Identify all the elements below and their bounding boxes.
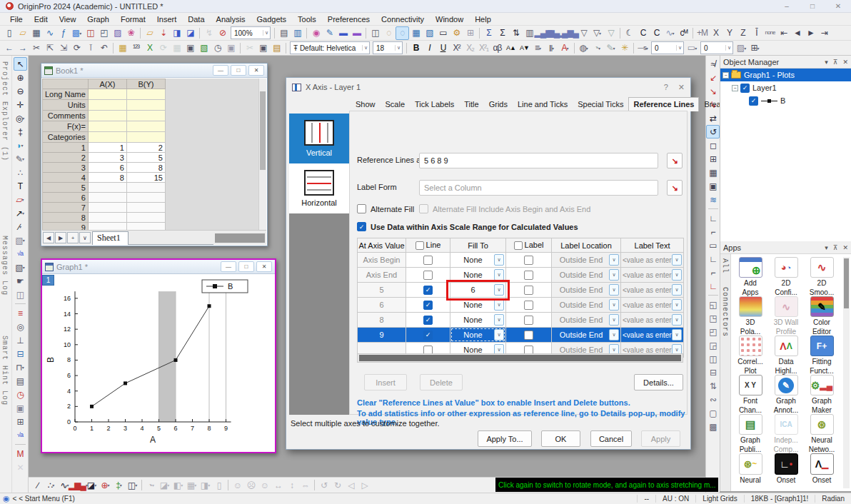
layer-grid-9-icon[interactable]: ▦	[706, 166, 720, 179]
label-checkbox[interactable]	[524, 316, 533, 325]
table-hscrollbar[interactable]	[357, 353, 683, 363]
layer-stack-icon[interactable]: ▣	[706, 179, 720, 193]
project-explorer-icon[interactable]: ◫	[368, 26, 382, 40]
arrange-split-icon[interactable]: ◫	[706, 352, 720, 366]
tree-item-plot-b[interactable]: ✓ B	[720, 94, 851, 107]
font-size-combo[interactable]: 18∨	[373, 41, 403, 54]
paste-icon[interactable]: ▤	[270, 41, 283, 55]
worksheet-vscrollbar[interactable]	[258, 79, 266, 230]
reference-line-row[interactable]: 6✓None∨Outside End∨<value as entered>∨	[358, 298, 684, 313]
graph-preview-icon[interactable]: ∿▾	[663, 26, 677, 40]
app-onset-detection[interactable]: ∟•Onset	[768, 453, 804, 493]
row-label[interactable]: Long Name	[43, 89, 89, 100]
menu-file[interactable]: File	[4, 15, 29, 24]
label-location-dropdown[interactable]: Outside End∨	[552, 328, 621, 343]
worksheet-query-icon[interactable]: ▦	[409, 26, 423, 40]
collect-windows-icon[interactable]: ▬	[350, 26, 363, 40]
dialog-help-button[interactable]: ?	[664, 83, 668, 91]
save-project-icon[interactable]: ◨	[170, 26, 183, 40]
row-number[interactable]: 5	[43, 183, 89, 193]
tab-project-explorer[interactable]: Project Explorer (1)	[1, 61, 9, 161]
object-manager-header[interactable]: Object Manager ▾ ⊼ ✕	[720, 56, 851, 69]
ok-button[interactable]: OK	[541, 430, 580, 447]
line-checkbox[interactable]: ✓	[423, 331, 433, 340]
app-titlebar[interactable]: OriginPro 2024 (Academic) - UNTITLED * –…	[0, 0, 851, 13]
select-curve-add-icon[interactable]: ⇲	[56, 41, 70, 55]
dots-tool-icon[interactable]: ∴	[14, 166, 27, 179]
reference-line-row[interactable]: Axis BeginNone∨Outside End∨<value as ent…	[358, 253, 684, 268]
fill-to-dropdown[interactable]: None∨	[450, 268, 506, 283]
set-x-column-icon[interactable]: X	[709, 26, 722, 40]
label-checkbox[interactable]	[524, 301, 533, 310]
clear-markers-tool-icon[interactable]: ✕	[14, 460, 27, 474]
distribute-icon[interactable]: |||▾	[545, 41, 558, 55]
recalculate-icon[interactable]: ↯	[202, 26, 216, 40]
pin-icon[interactable]: ⊺	[84, 41, 97, 55]
pattern-fill-icon[interactable]: ▨▾	[735, 41, 748, 55]
cell-a[interactable]: 1	[88, 143, 126, 153]
equation-tool-icon[interactable]: √a	[14, 247, 27, 261]
line-style-icon[interactable]: —s▾	[636, 41, 650, 55]
label-cell[interactable]	[88, 121, 126, 132]
duplicate-window-icon[interactable]: ▣	[224, 41, 238, 55]
cell-a[interactable]: 3	[88, 153, 126, 163]
set-x-sheet-icon[interactable]: X	[143, 41, 156, 55]
app-gear-icon[interactable]: ⚙	[450, 26, 463, 40]
sheet-nav-next[interactable]: ▶	[55, 232, 66, 243]
x-axis-dialog[interactable]: X Axis - Layer 1 ? ✕ ShowScaleTick Label…	[286, 77, 691, 450]
text-tool-icon[interactable]: T	[14, 179, 27, 193]
copy-icon[interactable]: ▣	[256, 41, 270, 55]
apps-tab-connectors[interactable]: Connectors	[721, 287, 729, 337]
menu-edit[interactable]: Edit	[29, 15, 54, 24]
use-data-checkbox[interactable]: ✓	[357, 222, 366, 231]
cell-a[interactable]: 6	[88, 163, 126, 173]
app-3d-polar[interactable]: 3DPola...	[732, 296, 768, 336]
exchange-xy-icon[interactable]: ⇄	[706, 111, 720, 125]
mesh-3d-icon[interactable]: ▦▾	[185, 478, 198, 492]
row-number[interactable]: 6	[43, 193, 89, 203]
set-error-column-icon[interactable]: Ī	[750, 26, 763, 40]
app-add-apps[interactable]: ⊕AddApps	[732, 257, 768, 296]
menu-data[interactable]: Data	[182, 15, 210, 24]
stock-plot-icon[interactable]: ‡▾	[112, 478, 126, 492]
mask-points-icon[interactable]: ☺	[258, 478, 271, 492]
refresh-box-icon[interactable]: ⟳	[70, 41, 84, 55]
dialog-tab-line-and-ticks[interactable]: Line and Ticks	[513, 97, 573, 111]
expand-horizontal-icon[interactable]: ↔	[271, 478, 285, 492]
column-header-A(X)[interactable]: A(X)	[88, 79, 126, 89]
new-layout-icon[interactable]: ◰	[97, 26, 111, 40]
label-checkbox[interactable]	[524, 286, 533, 295]
axis-frame-box-icon[interactable]: ▭	[706, 238, 720, 252]
label-text-dropdown[interactable]: <value as entered>∨	[621, 253, 684, 268]
reference-line-row[interactable]: 5✓6∨Outside End∨<value as entered>∨	[358, 283, 684, 298]
app-onset-analysis[interactable]: Λ▁Onset	[804, 453, 840, 493]
recalculate-off-icon[interactable]: ⊘	[216, 26, 229, 40]
worksheet-grid[interactable]: A(X)B(Y)Long NameUnitsCommentsF(x)=Categ…	[42, 79, 166, 230]
bars-cross-icon[interactable]: ▄▆▄	[563, 26, 577, 40]
panel-pin-icon[interactable]: ⊼	[833, 59, 838, 66]
new-image-icon[interactable]: ❀	[124, 26, 138, 40]
data-selector-tool-icon[interactable]: ‡	[14, 125, 27, 138]
swap-layers-icon[interactable]: ⇅	[706, 379, 720, 393]
data-reader-tool-icon[interactable]: ◎▾	[14, 111, 27, 125]
label-text-dropdown[interactable]: <value as entered>∨	[621, 313, 684, 328]
font-combo[interactable]: Ŧ Default: Helvetica∨	[290, 41, 370, 54]
reference-line-row[interactable]: 9✓None∨Outside End∨<value as entered>∨	[358, 328, 684, 343]
greek-icon[interactable]: αβ	[490, 41, 504, 55]
line-checkbox[interactable]	[423, 271, 433, 280]
filter-add-icon[interactable]: ▽▾	[590, 26, 604, 40]
menu-format[interactable]: Format	[115, 15, 151, 24]
new-function-graph-icon[interactable]: ƒ	[56, 26, 70, 40]
shear-right-icon[interactable]: ▷	[358, 478, 371, 492]
label-cell[interactable]	[126, 111, 165, 121]
ref-lines-value-input[interactable]: 5 6 8 9	[419, 153, 658, 168]
header-line-checkbox[interactable]	[416, 241, 424, 250]
subscript-icon[interactable]: X₂	[463, 41, 477, 55]
align-spacing-icon[interactable]: ⊥	[14, 333, 27, 347]
new-graph-icon[interactable]: ∿	[43, 26, 56, 40]
dial-tool-icon[interactable]: ◎	[14, 320, 27, 333]
menu-connectivity[interactable]: Connectivity	[376, 15, 430, 24]
dock-panels-icon[interactable]: ▬	[336, 26, 350, 40]
video-builder-icon[interactable]: ▥	[291, 26, 304, 40]
fill-to-dropdown[interactable]: 6∨	[450, 283, 506, 298]
